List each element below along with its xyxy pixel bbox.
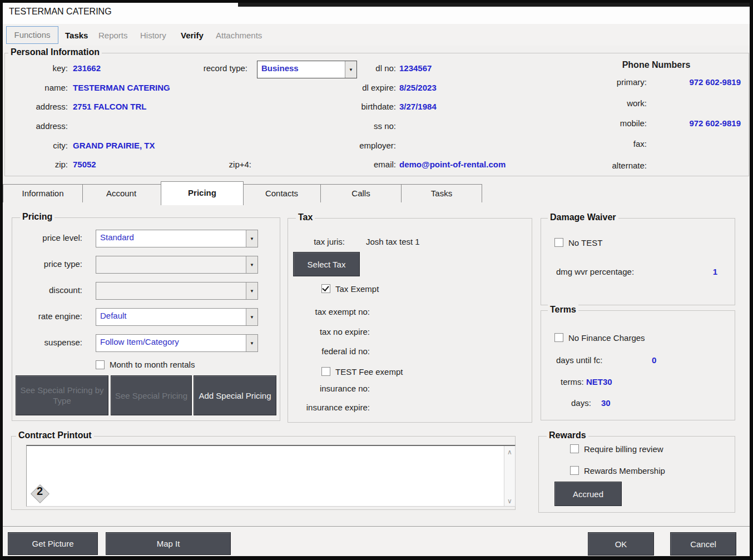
month-to-month-label: Month to month rentals: [110, 359, 195, 371]
primary-value: 972 602-9819: [656, 76, 741, 88]
contract-scrollbar[interactable]: [504, 446, 515, 506]
days-label: days:: [571, 397, 591, 409]
alternate-label: alternate:: [578, 160, 647, 172]
fax-label: fax:: [578, 138, 647, 150]
cancel-button[interactable]: Cancel: [670, 532, 736, 556]
no-test-checkbox[interactable]: [554, 238, 563, 247]
price-type-select[interactable]: [96, 256, 258, 274]
key-value: 231662: [73, 62, 101, 75]
employer-label: employer:: [311, 140, 396, 152]
mobile-label: mobile:: [578, 117, 647, 130]
birthdate-value: 3/27/1984: [399, 101, 437, 113]
price-level-select[interactable]: Standard: [96, 230, 258, 247]
test-fee-exempt-checkbox[interactable]: [321, 367, 330, 376]
work-label: work:: [578, 97, 647, 110]
no-test-label: No TEST: [568, 237, 602, 249]
rate-engine-select[interactable]: Default: [96, 308, 258, 326]
price-type-value: [96, 256, 246, 273]
chevron-down-icon[interactable]: [246, 283, 257, 299]
tab-account[interactable]: Account: [82, 184, 161, 202]
tab-tasks[interactable]: Tasks: [402, 184, 482, 202]
suspense-value: Follow Item/Category: [96, 335, 246, 351]
no-finance-charges-checkbox[interactable]: [554, 333, 563, 342]
address2-label: address:: [10, 120, 68, 132]
suspense-label: suspense:: [17, 336, 82, 349]
terms-value: NET30: [586, 376, 612, 388]
accrued-button[interactable]: Accrued: [554, 482, 622, 506]
name-value: TESTERMAN CATERING: [73, 82, 170, 94]
tax-exempt-checkbox[interactable]: [321, 284, 330, 293]
require-billing-review-label: Require billing review: [584, 443, 663, 455]
dmg-wvr-pct-label: dmg wvr percentage:: [556, 266, 634, 278]
contract-printout-textarea[interactable]: 2: [26, 445, 516, 507]
mobile-value: 972 602-9819: [656, 117, 741, 130]
record-type-label: record type:: [184, 62, 247, 75]
menu-history[interactable]: History: [140, 28, 166, 43]
dl-no-label: dl no:: [311, 62, 396, 75]
select-tax-button[interactable]: Select Tax: [293, 252, 360, 276]
dl-expire-label: dl expire:: [311, 82, 396, 94]
key-label: key:: [10, 62, 68, 75]
scroll-down-icon[interactable]: [504, 496, 515, 505]
tab-contacts[interactable]: Contacts: [243, 184, 321, 202]
rate-engine-value: Default: [96, 309, 246, 325]
window-edge-artifact: [238, 3, 750, 7]
tax-no-expire-label: tax no expire:: [281, 326, 370, 338]
tax-exempt-no-label: tax exempt no:: [281, 306, 370, 318]
menu-attachments[interactable]: Attachments: [216, 28, 262, 43]
ok-button[interactable]: OK: [588, 532, 654, 556]
menu-tasks[interactable]: Tasks: [65, 28, 88, 43]
price-level-value: Standard: [96, 230, 246, 247]
scroll-up-icon[interactable]: [504, 447, 515, 456]
insurance-expire-label: insurance expire:: [281, 402, 370, 414]
chevron-down-icon[interactable]: [246, 256, 257, 273]
dmg-wvr-pct-value: 1: [690, 266, 717, 278]
map-it-button[interactable]: Map It: [106, 532, 231, 555]
tax-juris-label: tax juris:: [299, 236, 345, 248]
chevron-down-icon[interactable]: [246, 335, 257, 351]
fax-value: [656, 138, 741, 150]
discount-value: [96, 283, 246, 299]
test-fee-exempt-label: TEST Fee exempt: [335, 366, 403, 378]
see-special-pricing-by-type-button: See Special Pricing by Type: [16, 375, 108, 415]
chevron-down-icon[interactable]: [246, 309, 257, 325]
suspense-select[interactable]: Follow Item/Category: [96, 334, 258, 352]
terms-title: Terms: [548, 305, 578, 315]
window-title: TESTERMAN CATERING: [9, 7, 112, 17]
add-special-pricing-button[interactable]: Add Special Pricing: [194, 375, 276, 415]
personal-info-title: Personal Information: [8, 47, 102, 57]
ss-no-label: ss no:: [311, 120, 396, 132]
dl-no-value: 1234567: [399, 62, 432, 75]
insurance-no-label: insurance no:: [281, 383, 370, 395]
require-billing-review-checkbox[interactable]: [570, 444, 579, 453]
dl-expire-value: 8/25/2023: [399, 82, 437, 94]
rate-engine-label: rate engine:: [17, 310, 82, 323]
month-to-month-checkbox[interactable]: [96, 360, 105, 369]
name-label: name:: [10, 82, 68, 94]
address1-value: 2751 FALCON TRL: [73, 101, 147, 113]
tab-calls[interactable]: Calls: [321, 184, 402, 202]
discount-select[interactable]: [96, 282, 258, 300]
menu-reports[interactable]: Reports: [98, 28, 128, 43]
contract-printout-title: Contract Printout: [16, 430, 94, 440]
terms-label: terms:: [561, 376, 584, 388]
menu-verify[interactable]: Verify: [181, 28, 204, 43]
menu-functions[interactable]: Functions: [6, 26, 58, 44]
window-border-left: [0, 0, 3, 560]
damage-waiver-title: Damage Waiver: [548, 212, 618, 222]
checkmark-icon: [322, 284, 329, 291]
tab-pricing[interactable]: Pricing: [161, 181, 244, 205]
pricing-title: Pricing: [20, 212, 55, 222]
tab-information[interactable]: Information: [3, 184, 83, 202]
days-value: 30: [601, 397, 611, 409]
email-label: email:: [311, 158, 396, 171]
page-badge-number: 2: [37, 485, 43, 498]
address1-label: address:: [10, 101, 68, 113]
zip4-label: zip+4:: [200, 158, 251, 171]
rewards-membership-checkbox[interactable]: [570, 466, 579, 475]
tax-title: Tax: [296, 212, 315, 222]
zip-label: zip:: [10, 158, 68, 171]
chevron-down-icon[interactable]: [246, 230, 257, 247]
discount-label: discount:: [17, 284, 82, 296]
get-picture-button[interactable]: Get Picture: [8, 532, 98, 555]
